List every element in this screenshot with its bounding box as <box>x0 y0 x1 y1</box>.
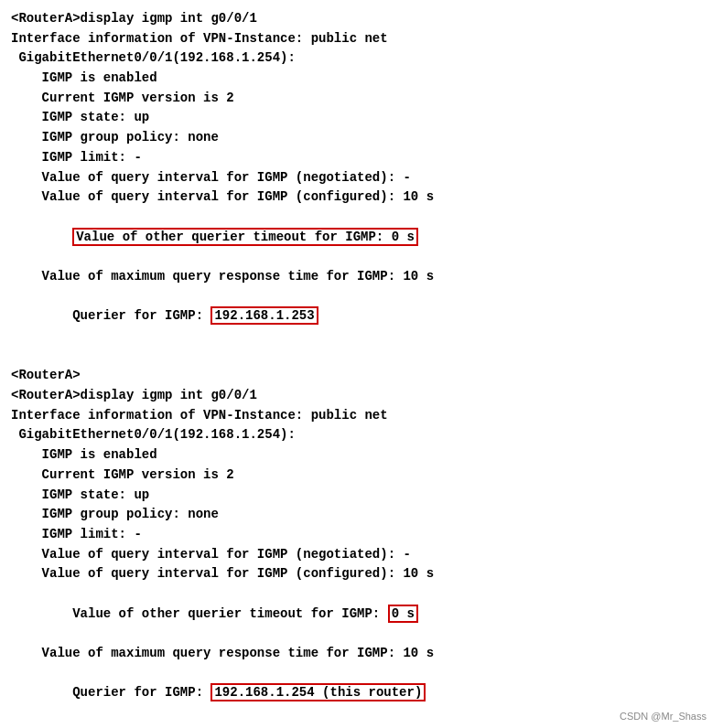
igmp-query-negotiated-2: Value of query interval for IGMP (negoti… <box>11 545 701 565</box>
igmp-querier-timeout-2-pre: Value of other querier timeout for IGMP: <box>42 606 388 621</box>
igmp-query-configured-2: Value of query interval for IGMP (config… <box>11 564 701 584</box>
igmp-querier-ip-1-line: Querier for IGMP: 192.168.1.253 <box>11 287 701 347</box>
igmp-querier-timeout-1-pre <box>42 230 73 244</box>
igmp-querier-timeout-1-line: Value of other querier timeout for IGMP:… <box>11 208 701 267</box>
igmp-querier-timeout-2-box: 0 s <box>388 605 418 623</box>
igmp-querier-timeout-1-box: Value of other querier timeout for IGMP:… <box>72 228 418 246</box>
igmp-version-1: Current IGMP version is 2 <box>11 89 701 109</box>
igmp-state-2: IGMP state: up <box>11 486 701 506</box>
igmp-querier-ip-2-pre: Querier for IGMP: <box>42 685 211 700</box>
gigabit-iface-2: GigabitEthernet0/0/1(192.168.1.254): <box>11 425 701 445</box>
igmp-query-configured-1: Value of query interval for IGMP (config… <box>11 187 701 208</box>
igmp-max-response-1: Value of maximum query response time for… <box>11 267 701 287</box>
igmp-querier-ip-2-box: 192.168.1.254 (this router) <box>210 683 426 701</box>
igmp-querier-ip-1-pre: Querier for IGMP: <box>42 308 211 323</box>
igmp-querier-ip-1-box: 192.168.1.253 <box>210 306 318 325</box>
command-line-1: <RouterA>display igmp int g0/0/1 <box>11 9 701 29</box>
igmp-querier-timeout-2-line: Value of other querier timeout for IGMP:… <box>11 584 701 644</box>
blank-line <box>11 347 701 367</box>
igmp-querier-ip-2-line: Querier for IGMP: 192.168.1.254 (this ro… <box>11 664 701 723</box>
gigabit-iface-1: GigabitEthernet0/0/1(192.168.1.254): <box>11 48 701 69</box>
router-prompt-2: <RouterA> <box>11 366 701 386</box>
igmp-group-policy-2: IGMP group policy: none <box>11 505 701 525</box>
interface-info-1: Interface information of VPN-Instance: p… <box>11 29 701 49</box>
terminal-output: <RouterA>display igmp int g0/0/1 Interfa… <box>11 9 701 723</box>
igmp-limit-1: IGMP limit: - <box>11 148 701 168</box>
igmp-enabled-2: IGMP is enabled <box>11 445 701 466</box>
interface-info-2: Interface information of VPN-Instance: p… <box>11 406 701 426</box>
igmp-state-1: IGMP state: up <box>11 108 701 128</box>
igmp-version-2: Current IGMP version is 2 <box>11 466 701 486</box>
watermark: CSDN @Mr_Shass <box>620 709 707 724</box>
igmp-group-policy-1: IGMP group policy: none <box>11 128 701 148</box>
igmp-query-negotiated-1: Value of query interval for IGMP (negoti… <box>11 168 701 188</box>
igmp-limit-2: IGMP limit: - <box>11 525 701 545</box>
igmp-enabled-1: IGMP is enabled <box>11 69 701 89</box>
igmp-max-response-2: Value of maximum query response time for… <box>11 644 701 664</box>
command-line-2: <RouterA>display igmp int g0/0/1 <box>11 386 701 406</box>
